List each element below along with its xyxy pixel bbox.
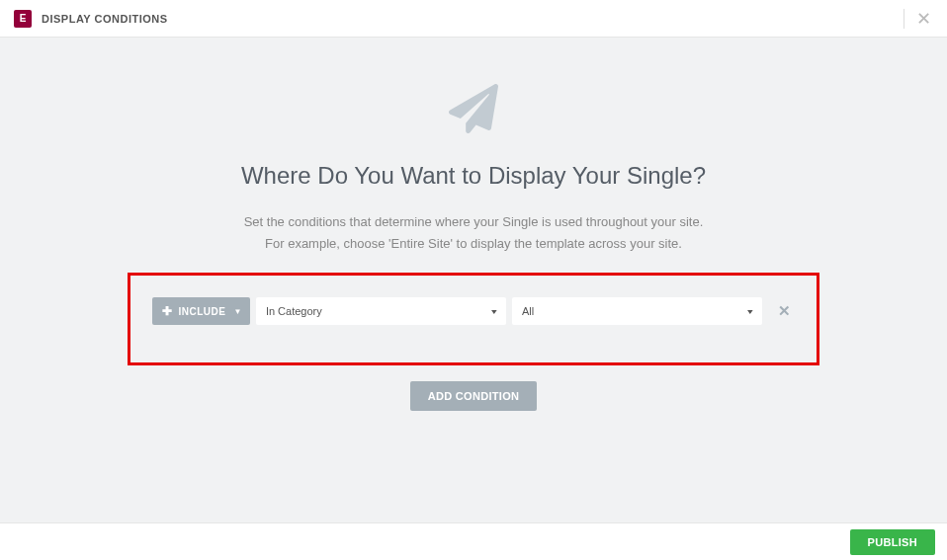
header-title: DISPLAY CONDITIONS (42, 13, 168, 25)
condition-row: ✚ INCLUDE ▼ In Category ▾ All ▾ ✕ (152, 297, 795, 325)
condition-type-select[interactable]: In Category ▾ (256, 297, 506, 325)
close-icon[interactable]: ✕ (916, 10, 931, 28)
caret-down-icon: ▾ (491, 307, 497, 316)
caret-down-icon: ▼ (233, 307, 241, 316)
add-condition-button[interactable]: ADD CONDITION (410, 381, 538, 411)
logo-text: E (20, 13, 27, 24)
include-label: INCLUDE (179, 306, 226, 317)
include-toggle[interactable]: ✚ INCLUDE ▼ (152, 297, 250, 325)
publish-button[interactable]: PUBLISH (850, 529, 935, 555)
elementor-logo: E (14, 10, 32, 28)
footer-bar: PUBLISH (0, 522, 947, 560)
caret-down-icon: ▾ (747, 307, 753, 316)
condition-value-text: All (522, 305, 534, 317)
header-left: E DISPLAY CONDITIONS (14, 10, 168, 28)
condition-type-value: In Category (266, 305, 322, 317)
remove-condition-icon[interactable]: ✕ (774, 300, 795, 322)
plus-icon: ✚ (162, 305, 173, 317)
main-content: Where Do You Want to Display Your Single… (0, 38, 947, 522)
paper-plane-icon (448, 83, 499, 134)
main-desc-line1: Set the conditions that determine where … (0, 211, 947, 233)
main-desc-line2: For example, choose 'Entire Site' to dis… (0, 233, 947, 255)
main-title: Where Do You Want to Display Your Single… (0, 162, 947, 190)
close-area: ✕ (904, 9, 931, 29)
header-bar: E DISPLAY CONDITIONS ✕ (0, 0, 947, 38)
condition-value-select[interactable]: All ▾ (512, 297, 762, 325)
conditions-highlight-box: ✚ INCLUDE ▼ In Category ▾ All ▾ ✕ (128, 273, 819, 365)
